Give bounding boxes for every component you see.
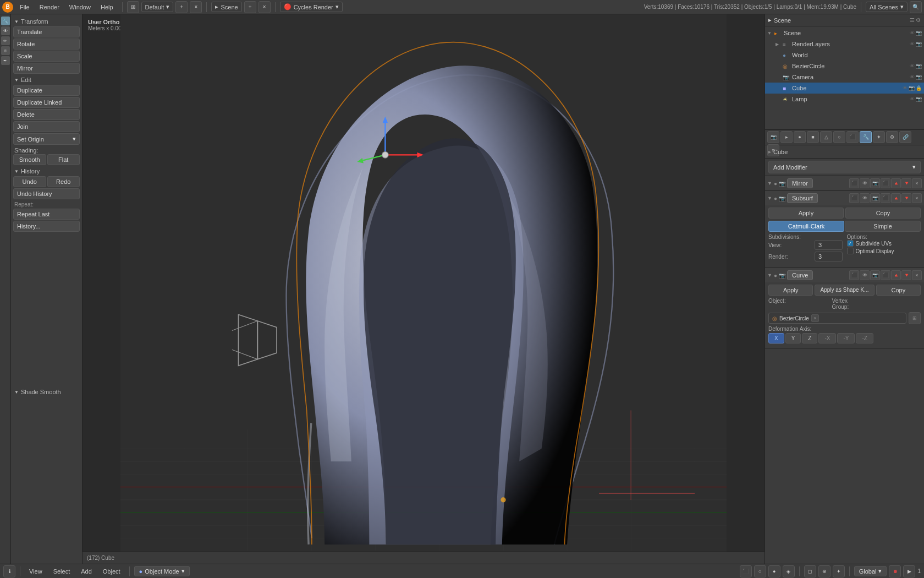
viewport-shade-1[interactable]: ⬛ [740,565,752,577]
curve-action-2[interactable]: 👁 [860,270,870,280]
bottom-select-menu[interactable]: Select [49,567,75,576]
modifier-props-icon[interactable]: 🔧 [860,131,872,143]
curve-object-input[interactable]: ◎ BezierCircle × [768,313,906,324]
viewport-shade-4[interactable]: ◈ [783,565,795,577]
constraints-props-icon[interactable]: 🔗 [899,131,911,143]
texture-props-icon[interactable]: ⬛ [846,131,859,143]
bottom-add-menu[interactable]: Add [76,567,96,576]
catmull-clark-tab[interactable]: Catmull-Clark [768,221,844,232]
axis-x-btn[interactable]: X [768,333,784,343]
curve-apply-btn[interactable]: Apply [768,285,813,296]
optimal-display-checkbox[interactable] [847,248,854,254]
view-icon[interactable]: 👁 [1,26,10,35]
outliner-item-bezier[interactable]: ◎ BezierCircle 👁 📷 [765,61,924,72]
subsurf-collapse-icon[interactable]: ▼ [767,195,772,201]
bottom-object-menu[interactable]: Object [98,567,125,576]
curve-object-clear[interactable]: × [811,314,819,322]
camera-vis-icon[interactable]: 👁 [910,74,915,80]
lamp-cam-icon[interactable]: 📷 [916,96,922,102]
camera-cam-icon[interactable]: 📷 [916,74,922,80]
curve-apply-shape-btn[interactable]: Apply as Shape K... [815,285,874,296]
subdivide-uvs-checkbox[interactable]: ✓ [847,240,854,247]
viewport-shade-2[interactable]: ○ [754,565,766,577]
curve-vgroup-grid[interactable]: ⊞ [909,312,921,324]
transform-header[interactable]: ▼ Transform [13,17,80,26]
menu-help[interactable]: Help [96,3,118,12]
viewport-overlay-2[interactable]: ⊕ [818,565,831,577]
undo-btn[interactable]: Undo [13,176,46,187]
smooth-btn[interactable]: Smooth [13,154,46,165]
mirror-name-btn[interactable]: Mirror [787,178,813,188]
outliner-item-renderlayers[interactable]: ▶ ≡ RenderLayers 👁 📷 [765,39,924,50]
viewport-overlay-1[interactable]: ◻ [804,565,816,577]
history-header[interactable]: ▼ History [13,166,80,176]
anim-play-btn[interactable]: ▶ [903,565,915,577]
viewport-overlay-3[interactable]: ✦ [833,565,845,577]
global-selector[interactable]: Global ▾ [854,566,887,576]
curve-collapse-icon[interactable]: ▼ [767,272,772,278]
rl-vis-icon[interactable]: 👁 [910,41,915,47]
rotate-btn[interactable]: Rotate [13,39,80,50]
outliner-item-cube[interactable]: ■ Cube 👁 📷 🔒 [765,83,924,94]
scale-btn[interactable]: Scale [13,51,80,62]
translate-btn[interactable]: Translate [13,26,80,37]
mirror-action-6[interactable]: 🔻 [901,178,911,188]
curve-action-4[interactable]: ⬛ [881,270,890,280]
subsurf-action-2[interactable]: 👁 [860,193,870,203]
add-screen-icon[interactable]: + [175,1,188,13]
axis-neg-y-btn[interactable]: -Y [837,333,855,343]
particles-props-icon[interactable]: ✦ [873,131,885,143]
mirror-vis-icon[interactable]: ● [774,181,777,187]
rl-cam-icon[interactable]: 📷 [916,41,922,47]
menu-window[interactable]: Window [65,3,95,12]
join-btn[interactable]: Join [13,121,80,132]
mirror-action-5[interactable]: 🔺 [891,178,901,188]
mirror-action-1[interactable]: ⬛ [849,178,859,188]
subsurf-apply-btn[interactable]: Apply [768,208,844,219]
viewport[interactable]: User Ortho Meters x 0.001 [82,14,765,564]
set-origin-btn[interactable]: Set Origin ▾ [13,133,80,145]
axis-neg-z-btn[interactable]: -Z [856,333,873,343]
axis-y-btn[interactable]: Y [785,333,801,343]
redo-btn[interactable]: Redo [47,176,80,187]
outliner-search-icon[interactable]: ⚙ [916,17,921,23]
material-props-icon[interactable]: ○ [833,131,845,143]
remove-screen-icon[interactable]: × [190,1,202,13]
render-engine-selector[interactable]: 🔴 Cycles Render ▾ [280,2,343,12]
anim-record-btn[interactable]: ⏺ [889,565,901,577]
mirror-close-btn[interactable]: × [912,178,922,188]
bezier-cam-icon[interactable]: 📷 [916,63,922,69]
physics-props-icon[interactable]: ⚙ [886,131,898,143]
mirror-action-4[interactable]: ⬛ [881,178,890,188]
subsurf-close-btn[interactable]: × [912,193,922,203]
curve-action-3[interactable]: 📷 [870,270,880,280]
outliner-item-world[interactable]: ● World [765,50,924,61]
duplicate-linked-btn[interactable]: Duplicate Linked [13,97,80,108]
physics-icon[interactable]: ⚛ [1,46,10,55]
object-mode-selector[interactable]: ● Object Mode ▾ [134,566,190,576]
cube-lock-icon[interactable]: 🔒 [916,85,922,91]
menu-render[interactable]: Render [35,3,64,12]
mesh-props-icon[interactable]: △ [820,131,832,143]
curve-render-icon[interactable]: 📷 [779,272,785,279]
curve-vis-icon[interactable]: ● [774,272,777,279]
curve-action-6[interactable]: 🔻 [901,270,911,280]
duplicate-btn[interactable]: Duplicate [13,85,80,96]
scene-info-icon[interactable]: ℹ [3,565,15,577]
screen-selector[interactable]: Default ▾ [141,2,174,12]
mirror-collapse-icon[interactable]: ▼ [767,181,772,186]
outliner-item-scene[interactable]: ▼ ▸ Scene 👁 📷 [765,28,924,39]
undo-history-btn[interactable]: Undo History [13,188,80,199]
curve-copy-btn[interactable]: Copy [876,285,921,296]
outliner-filter-icon[interactable]: ☰ [910,17,915,23]
lamp-vis-icon[interactable]: 👁 [910,96,915,102]
mirror-btn[interactable]: Mirror [13,63,80,74]
subsurf-action-3[interactable]: 📷 [870,193,880,203]
subsurf-action-5[interactable]: 🔺 [891,193,901,203]
simple-tab[interactable]: Simple [845,221,921,232]
grease-icon[interactable]: ✒ [1,56,10,65]
render-value[interactable]: 3 [815,252,843,261]
add-scene-icon[interactable]: + [244,1,256,13]
search-icon[interactable]: 🔍 [910,1,922,13]
mirror-render-icon[interactable]: 📷 [779,181,785,187]
